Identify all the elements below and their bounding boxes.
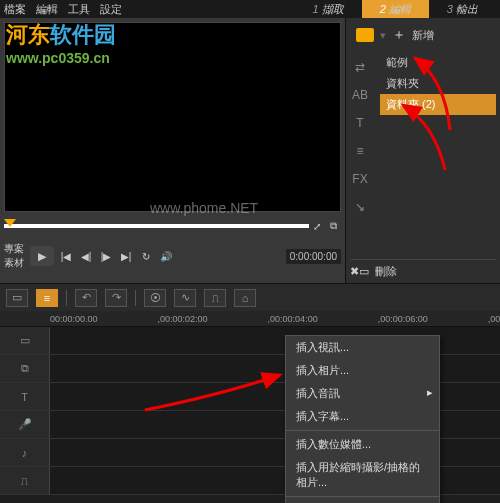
- timecode[interactable]: 0:00:00:00: [286, 249, 341, 264]
- timeline-toolbar: ▭ ≡ ↶ ↷ ⦿ ∿ ⎍ ⌂: [0, 283, 500, 311]
- tool-misc-icon[interactable]: ⌂: [234, 289, 256, 307]
- folder-sample[interactable]: 範例: [380, 52, 496, 73]
- filter-fx-icon[interactable]: FX: [350, 170, 370, 188]
- folder-2[interactable]: 資料夾 (2): [380, 94, 496, 115]
- storyboard-view-button[interactable]: ▭: [6, 289, 28, 307]
- context-menu: 插入視訊... 插入相片... 插入音訊▸ 插入字幕... 插入數位媒體... …: [285, 335, 440, 503]
- cm-separator: [286, 430, 439, 431]
- loop-button[interactable]: ↻: [138, 248, 154, 264]
- playback-controls: 專案 素材 ▶ |◀ ◀| |▶ ▶| ↻ 🔊 0:00:00:00: [4, 242, 341, 270]
- title-ab-icon[interactable]: AB: [350, 86, 370, 104]
- library-panel: ▾ ＋ 新增 ⇄ AB T ≡ FX ↘ 範例 資料夾 資料夾 (2) ✖▭ 刪…: [345, 18, 500, 283]
- tab-capture[interactable]: 1 擷取: [294, 0, 361, 19]
- graphic-icon[interactable]: ≡: [350, 142, 370, 160]
- tool-mixer-icon[interactable]: ⎍: [204, 289, 226, 307]
- track-head-title[interactable]: T: [0, 383, 50, 410]
- transition-icon[interactable]: ⇄: [350, 58, 370, 76]
- forward-button[interactable]: |▶: [98, 248, 114, 264]
- expand-icon[interactable]: ⤢: [309, 218, 325, 234]
- cm-track-manager[interactable]: 軌道管理員...: [286, 499, 439, 503]
- tool-record-icon[interactable]: ⦿: [144, 289, 166, 307]
- add-folder-button[interactable]: ＋: [392, 26, 406, 44]
- cm-insert-video[interactable]: 插入視訊...: [286, 336, 439, 359]
- rewind-button[interactable]: ◀|: [78, 248, 94, 264]
- next-button[interactable]: ▶|: [118, 248, 134, 264]
- volume-button[interactable]: 🔊: [158, 248, 174, 264]
- tab-output[interactable]: 3 輸出: [429, 0, 496, 19]
- folder-list: 範例 資料夾 資料夾 (2): [380, 52, 496, 115]
- folder-1[interactable]: 資料夾: [380, 73, 496, 94]
- tool-audio-icon[interactable]: ∿: [174, 289, 196, 307]
- track-head-voice[interactable]: 🎤: [0, 411, 50, 438]
- media-icon[interactable]: [356, 28, 374, 42]
- track-head-extra[interactable]: ⎍: [0, 467, 50, 494]
- cm-insert-timelapse[interactable]: 插入用於縮時攝影/抽格的相片...: [286, 456, 439, 494]
- copy-icon[interactable]: ⧉: [325, 218, 341, 234]
- watermark-text: www.phome.NET: [150, 200, 258, 216]
- track-head-music[interactable]: ♪: [0, 439, 50, 466]
- track-head-overlay[interactable]: ⧉: [0, 355, 50, 382]
- title-t-icon[interactable]: T: [350, 114, 370, 132]
- cm-insert-photo[interactable]: 插入相片...: [286, 359, 439, 382]
- play-button[interactable]: ▶: [30, 246, 54, 266]
- redo-button[interactable]: ↷: [105, 289, 127, 307]
- cm-separator: [286, 496, 439, 497]
- time-ruler[interactable]: 00:00:00.00 ,00:00:02:00 ,00:00:04:00 ,0…: [0, 311, 500, 327]
- cm-insert-audio[interactable]: 插入音訊▸: [286, 382, 439, 405]
- path-icon[interactable]: ↘: [350, 198, 370, 216]
- source-project[interactable]: 專案: [4, 242, 24, 256]
- tab-edit[interactable]: 2 編輯: [362, 0, 429, 19]
- top-menu: 檔案 編輯 工具 設定 1 擷取 2 編輯 3 輸出: [0, 0, 500, 18]
- menu-tools[interactable]: 工具: [68, 2, 90, 17]
- track-head-video[interactable]: ▭: [0, 327, 50, 354]
- menu-edit[interactable]: 編輯: [36, 2, 58, 17]
- prev-button[interactable]: |◀: [58, 248, 74, 264]
- menu-file[interactable]: 檔案: [4, 2, 26, 17]
- undo-button[interactable]: ↶: [75, 289, 97, 307]
- scrub-slider[interactable]: [4, 224, 309, 228]
- timeline-view-button[interactable]: ≡: [36, 289, 58, 307]
- delete-label: 刪除: [375, 264, 397, 279]
- submenu-arrow-icon: ▸: [427, 386, 433, 399]
- cm-insert-subtitle[interactable]: 插入字幕...: [286, 405, 439, 428]
- delete-icon[interactable]: ✖▭: [350, 265, 369, 278]
- site-logo: 河东软件园 www.pc0359.cn: [6, 20, 116, 66]
- cm-insert-digital[interactable]: 插入數位媒體...: [286, 433, 439, 456]
- add-label: 新增: [412, 28, 434, 43]
- menu-settings[interactable]: 設定: [100, 2, 122, 17]
- site-url: www.pc0359.cn: [6, 50, 116, 66]
- workflow-tabs: 1 擷取 2 編輯 3 輸出: [294, 0, 496, 19]
- source-clip[interactable]: 素材: [4, 256, 24, 270]
- library-category-icons: ⇄ AB T ≡ FX ↘: [350, 58, 370, 216]
